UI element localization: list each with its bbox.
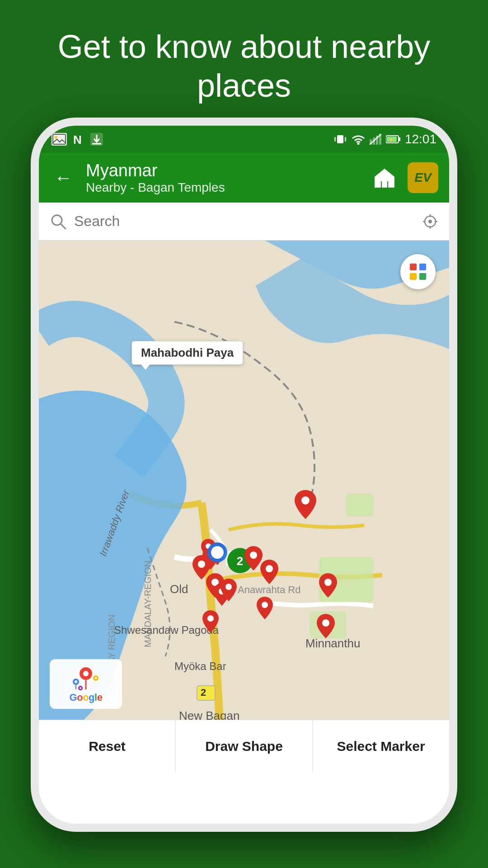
svg-text:Myöka Bar: Myöka Bar — [174, 660, 226, 672]
svg-text:2: 2 — [201, 687, 206, 698]
svg-point-24 — [428, 220, 432, 223]
svg-text:⚡: ⚡ — [389, 137, 395, 143]
status-bar: N — [39, 126, 449, 153]
app-toolbar: ← Myanmar Nearby - Bagan Temples EV — [39, 153, 449, 203]
svg-text:Anawrahta Rd: Anawrahta Rd — [238, 584, 300, 595]
select-marker-button[interactable]: Select Marker — [313, 720, 449, 772]
svg-text:New Bagan: New Bagan — [179, 709, 239, 720]
location-icon — [422, 213, 438, 230]
svg-point-44 — [301, 496, 310, 505]
home-icon — [372, 165, 397, 190]
n-icon: N — [72, 133, 85, 146]
svg-text:Shwesandaw Pagoda: Shwesandaw Pagoda — [114, 624, 219, 636]
phone-frame: N — [31, 118, 457, 832]
svg-text:Old: Old — [170, 582, 188, 596]
map-area[interactable]: Irrawaddy River MAGWAY REGION MANDALAY-R… — [39, 241, 449, 720]
status-icons-right: ⚡ 12:01 — [333, 132, 436, 146]
draw-shape-button[interactable]: Draw Shape — [176, 720, 313, 772]
svg-rect-8 — [334, 137, 336, 142]
svg-line-22 — [61, 224, 66, 229]
svg-text:Minnanthu: Minnanthu — [305, 637, 360, 650]
toolbar-title: Myanmar Nearby - Bagan Temples — [86, 161, 360, 195]
svg-point-2 — [55, 136, 57, 139]
svg-rect-17 — [399, 137, 400, 141]
toolbar-action-icons: EV — [369, 162, 438, 193]
svg-rect-0 — [52, 133, 67, 146]
svg-point-67 — [95, 677, 97, 679]
svg-point-45 — [198, 561, 205, 568]
reset-button[interactable]: Reset — [39, 720, 176, 772]
status-icons-left: N — [52, 133, 103, 146]
svg-point-59 — [324, 579, 332, 586]
headline: Get to know about nearby places — [0, 27, 488, 105]
wifi-icon — [352, 134, 365, 145]
ev-badge[interactable]: EV — [408, 162, 438, 193]
svg-rect-20 — [382, 181, 387, 188]
svg-rect-32 — [346, 494, 373, 516]
svg-point-10 — [357, 143, 359, 145]
grid-icon — [410, 264, 426, 280]
svg-point-61 — [207, 615, 214, 622]
search-icon — [50, 213, 67, 230]
svg-point-60 — [322, 619, 329, 627]
search-input[interactable] — [74, 213, 415, 230]
map-popup: Mahabodhi Paya — [131, 341, 243, 365]
bottom-bar: Reset Draw Shape Select Marker — [39, 720, 449, 772]
svg-point-56 — [225, 584, 232, 590]
svg-point-65 — [75, 680, 77, 683]
search-bar — [39, 203, 449, 241]
download-icon — [90, 133, 103, 146]
svg-text:N: N — [73, 133, 82, 146]
google-maps-icon — [68, 665, 104, 692]
grid-button[interactable] — [400, 254, 436, 289]
battery-icon: ⚡ — [386, 135, 400, 144]
svg-point-69 — [80, 687, 81, 689]
svg-point-58 — [266, 565, 273, 572]
svg-point-63 — [83, 671, 89, 676]
phone-inner: N — [39, 126, 449, 824]
svg-rect-9 — [345, 137, 346, 142]
svg-point-57 — [262, 602, 268, 608]
vibrate-icon — [333, 133, 347, 145]
google-text: Google — [70, 692, 103, 703]
svg-point-50 — [211, 546, 224, 559]
home-button[interactable] — [369, 162, 400, 193]
image-icon — [52, 133, 67, 146]
svg-rect-7 — [337, 135, 343, 143]
google-logo: Google — [50, 659, 122, 709]
svg-point-53 — [250, 552, 257, 559]
toolbar-main-title: Myanmar — [86, 161, 360, 180]
back-button[interactable]: ← — [50, 163, 77, 193]
toolbar-subtitle: Nearby - Bagan Temples — [86, 180, 360, 195]
time-display: 12:01 — [405, 132, 436, 146]
signal-icon — [370, 134, 381, 145]
map-svg: Irrawaddy River MAGWAY REGION MANDALAY-R… — [39, 241, 449, 720]
svg-text:2: 2 — [237, 554, 243, 568]
